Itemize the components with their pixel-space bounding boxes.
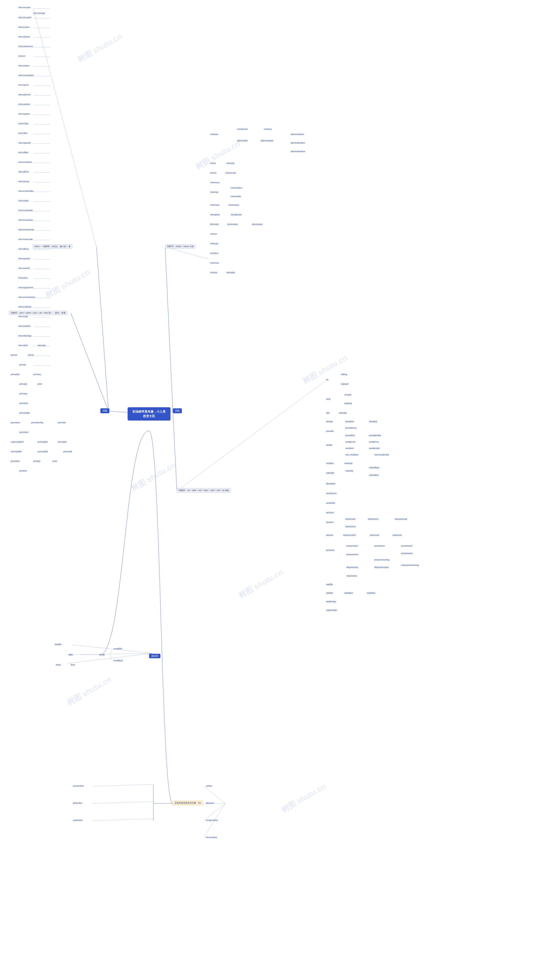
word-microprobe: microprobe <box>18 257 30 260</box>
sit-label: 词根81：sit = seat + sid = sess = sad + sed… <box>177 488 231 493</box>
word-seating: seating <box>344 402 352 404</box>
word-minivan: minivan <box>210 242 218 245</box>
word-primate: primate <box>19 383 27 385</box>
word-session: session <box>326 511 334 514</box>
word-minor: minor <box>210 162 216 164</box>
word-prim: prim <box>38 383 42 385</box>
word-preventive: preventive <box>73 784 84 787</box>
word-prior: prior <box>53 460 57 462</box>
word-microbial: microbial <box>18 344 28 347</box>
word-presidential: presidential <box>369 434 381 437</box>
word-primarily: primarily <box>11 373 20 375</box>
svg-line-52 <box>204 786 225 803</box>
word-microphone: microphone <box>18 93 30 96</box>
svg-line-49 <box>92 784 153 786</box>
watermark-4: 树图 shutu.cn <box>301 353 349 387</box>
word-principality: principality <box>11 450 22 453</box>
word-smallpox: smallpox <box>114 659 123 662</box>
ci-gen-right: 词根 <box>173 408 182 413</box>
word-microbus: microbus <box>18 277 28 279</box>
word-principally: principally <box>38 450 48 453</box>
word-small: small <box>99 653 105 656</box>
word-microcassette: microcassette <box>18 209 33 212</box>
watermark-7: 树图 shutu.cn <box>65 674 113 708</box>
svg-line-58 <box>67 653 152 655</box>
word-microfiche: microfiche <box>18 170 29 173</box>
word-prepossess: prepossess <box>346 553 358 555</box>
word-possessed: possessed <box>401 544 412 547</box>
word-microfilm: microfilm <box>18 132 28 134</box>
word-minimalism: minimalism <box>231 186 243 189</box>
word-little: little <box>69 653 73 656</box>
word-primitive: primitive <box>19 402 28 404</box>
word-assessor: assessor <box>370 534 379 536</box>
word-reassess: reassess <box>393 534 402 536</box>
word-microstomous: microstomous <box>18 45 33 48</box>
word-preside: preside <box>326 430 334 432</box>
word-administrative: administrative <box>290 150 305 153</box>
word-microcosm: microcosm <box>18 26 30 28</box>
word-primer: primer <box>11 354 18 356</box>
svg-line-44 <box>173 411 177 491</box>
svg-line-57 <box>72 645 152 653</box>
word-principled: principled <box>38 441 48 443</box>
word-obsess: obsess <box>326 521 334 523</box>
word-nonresidential: nonresidential <box>374 453 389 456</box>
word-micronutrient: micronutrient <box>18 161 32 163</box>
word-primordial: primordial <box>19 412 30 414</box>
word-prime: prime <box>28 354 34 356</box>
word-premiership: premiership <box>31 421 43 424</box>
word-subside: subside <box>326 472 334 474</box>
word-assiduous: assiduous <box>326 492 337 495</box>
watermark-8: 树图 shutu.cn <box>279 781 328 815</box>
svg-line-62 <box>110 655 113 661</box>
word-saddle: saddle <box>326 583 333 585</box>
word-minimal: minimal <box>210 191 218 193</box>
word-residential: residential <box>369 447 380 450</box>
word-priority: priority <box>33 460 40 462</box>
word-microspore: microspore <box>18 113 30 115</box>
word-ministry: ministry <box>264 128 272 130</box>
word-possessive: possessive <box>401 552 413 555</box>
word-microarray: microarray <box>18 180 29 183</box>
word-progressive: progressive <box>206 819 218 821</box>
word-premier: premier <box>58 421 66 424</box>
word-dispossessed: dispossessed <box>374 566 389 568</box>
word-microworld: microworld <box>18 267 30 269</box>
word-microcontroller: microcontroller <box>18 190 34 192</box>
word-reside: reside <box>326 444 332 446</box>
svg-line-45 <box>165 247 208 259</box>
word-microcomputer: microcomputer <box>18 74 34 76</box>
word-microtube: microtube <box>18 199 29 202</box>
ive-label: 必备形容词或名词后缀：ive <box>172 801 203 805</box>
word-least: least <box>56 663 61 666</box>
word-sedentary: sedentary <box>326 600 336 603</box>
word-principle: principle <box>58 441 67 443</box>
word-minutely: minutely <box>226 271 235 274</box>
word-micrometeorite: micrometeorite <box>18 228 34 231</box>
word-explosive: explosive <box>73 819 83 821</box>
word-ministerial: ministerial <box>237 128 248 130</box>
word-microscopic: microscopic <box>18 6 31 9</box>
word-microvascular: microvascular <box>18 238 33 240</box>
word-seat: seat <box>326 398 330 400</box>
word-babysit: babysit <box>341 383 348 385</box>
word-micron: micron <box>18 55 25 57</box>
svg-line-1 <box>96 247 109 411</box>
watermark-2: 树图 shutu.cn <box>194 138 242 172</box>
word-site: site <box>326 412 330 414</box>
word-micromachine: micromachine <box>18 219 33 221</box>
word-active: active <box>206 784 212 787</box>
word-minimized: minimized <box>228 204 239 206</box>
word-subsidy: subsidy <box>345 469 353 472</box>
svg-line-43 <box>165 247 173 411</box>
word-possession: possession <box>346 544 358 547</box>
word-premiere: premiere <box>11 421 20 424</box>
word-miniaturize: miniaturize <box>231 213 242 216</box>
word-situated: situated <box>369 420 377 423</box>
word-sit: sit <box>326 378 328 381</box>
word-unseat: unseat <box>344 393 351 396</box>
word-diminution: diminution <box>227 223 238 226</box>
word-microscopy: microscopy <box>33 12 45 14</box>
min-label: 词根79：min(i) = minor-小的 <box>165 244 196 249</box>
